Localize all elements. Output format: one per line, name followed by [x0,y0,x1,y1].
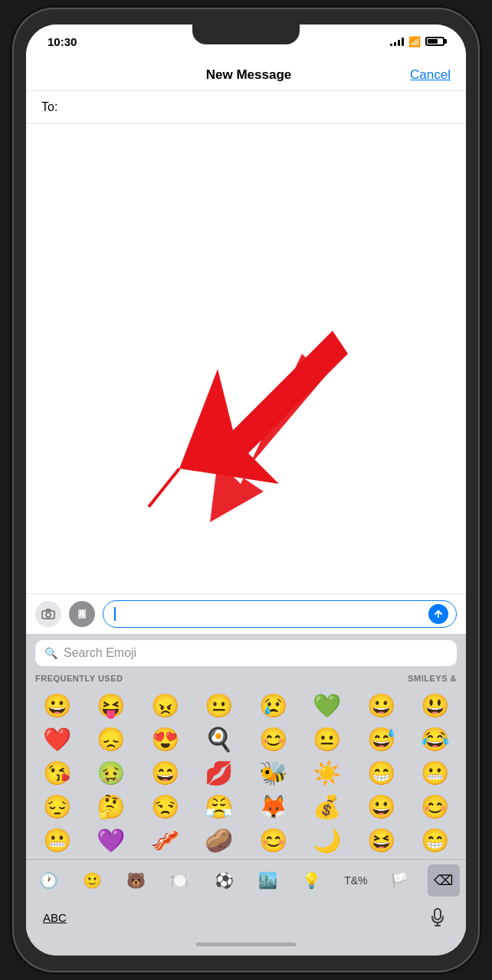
list-item[interactable]: 😔 [31,790,84,822]
list-item[interactable]: 🦊 [247,790,300,822]
svg-rect-3 [435,909,441,920]
text-cursor [114,607,116,621]
list-item[interactable]: 😅 [355,723,408,755]
list-item[interactable]: 😄 [139,756,192,789]
keyboard-bottom-bar: 🕐 🙂 🐻 🍽️ ⚽ 🏙️ 💡 T&% 🏳️ ⌫ [26,859,466,901]
food-icon[interactable]: 🍽️ [164,864,196,897]
emoji-grid: 😀 😝 😠 😐 😢 💚 😀 😃 ❤️ 😞 😍 🍳 😊 😐 😅 😂 😘 [26,686,466,859]
list-item[interactable]: 💰 [301,790,354,822]
list-item[interactable]: 😬 [409,756,462,789]
list-item[interactable]: 🐝 [247,756,300,789]
list-item[interactable]: 😘 [31,756,84,789]
list-item[interactable]: 😢 [247,689,300,721]
status-time: 10:30 [48,35,77,48]
abc-mic-bar: ABC [26,901,466,936]
phone-screen: 10:30 📶 New Message Cancel To [26,24,466,956]
symbols-icon[interactable]: T&% [339,864,372,897]
list-item[interactable]: 💋 [193,756,246,789]
objects-icon[interactable]: 💡 [296,864,328,897]
list-item[interactable]: 😆 [355,824,408,856]
list-item[interactable]: 😐 [193,689,246,721]
signal-icon [390,37,404,46]
search-emoji-bar: 🔍 Search Emoji [26,634,466,672]
animal-icon[interactable]: 🐻 [120,864,153,897]
list-item[interactable]: 😞 [85,723,138,755]
list-item[interactable]: 🍳 [193,723,246,755]
search-emoji-placeholder: Search Emoji [64,646,136,660]
list-item[interactable]: 😀 [355,790,408,822]
search-icon: 🔍 [44,647,57,659]
list-item[interactable]: 😒 [139,790,192,822]
message-header: New Message Cancel [26,58,466,91]
flags-icon[interactable]: 🏳️ [384,864,416,897]
list-item[interactable]: 😝 [85,689,138,721]
apps-button[interactable]: A [69,601,95,627]
phone-frame: 10:30 📶 New Message Cancel To [12,8,480,972]
list-item[interactable]: 😀 [31,689,84,721]
list-item[interactable]: ❤️ [31,723,84,755]
list-item[interactable]: 😁 [355,756,408,789]
list-item[interactable]: 😬 [31,824,84,856]
list-item[interactable]: 🤔 [85,790,138,822]
list-item[interactable]: 😊 [247,824,300,856]
list-item[interactable]: 🤢 [85,756,138,789]
notch [192,24,300,44]
recent-icon[interactable]: 🕐 [32,864,64,897]
category-smileys: SMILEYS & [408,674,457,683]
list-item[interactable]: ☀️ [301,756,354,789]
emoji-keyboard: 🔍 Search Emoji FREQUENTLY USED SMILEYS &… [26,634,466,936]
list-item[interactable]: 😠 [139,689,192,721]
list-item[interactable]: 😤 [193,790,246,822]
list-item[interactable]: 🌙 [301,824,354,856]
activity-icon[interactable]: ⚽ [208,864,240,897]
microphone-button[interactable] [421,901,454,933]
to-field[interactable]: To: [26,91,466,124]
svg-text:A: A [79,609,85,618]
category-frequently-used: FREQUENTLY USED [35,674,123,683]
list-item[interactable]: 😃 [409,689,462,721]
delete-button[interactable]: ⌫ [428,864,460,897]
camera-button[interactable] [35,601,61,627]
list-item[interactable]: 💜 [85,824,138,856]
search-emoji-input[interactable]: 🔍 Search Emoji [35,640,457,666]
list-item[interactable]: 😊 [409,790,462,822]
list-item[interactable]: 😀 [355,689,408,721]
list-item[interactable]: 😂 [409,723,462,755]
cancel-button[interactable]: Cancel [410,67,451,83]
message-text-input[interactable] [103,600,457,628]
list-item[interactable]: 🥓 [139,824,192,856]
svg-point-1 [46,612,51,617]
compose-title: New Message [206,67,292,83]
list-item[interactable]: 💚 [301,689,354,721]
home-indicator [26,936,466,956]
status-icons: 📶 [390,36,444,47]
list-item[interactable]: 😁 [409,824,462,856]
list-item[interactable]: 😐 [301,723,354,755]
home-bar [196,942,296,946]
category-labels: FREQUENTLY USED SMILEYS & [26,672,466,686]
abc-button[interactable]: ABC [38,908,71,927]
wifi-icon: 📶 [408,36,421,47]
list-item[interactable]: 😊 [247,723,300,755]
message-body[interactable] [26,124,466,593]
send-button[interactable] [428,604,448,624]
list-item[interactable]: 🥔 [193,824,246,856]
travel-icon[interactable]: 🏙️ [252,864,284,897]
to-label: To: [41,100,57,113]
smiley-icon[interactable]: 🙂 [76,864,108,897]
battery-icon [425,37,444,46]
list-item[interactable]: 😍 [139,723,192,755]
message-input-bar: A [26,593,466,634]
